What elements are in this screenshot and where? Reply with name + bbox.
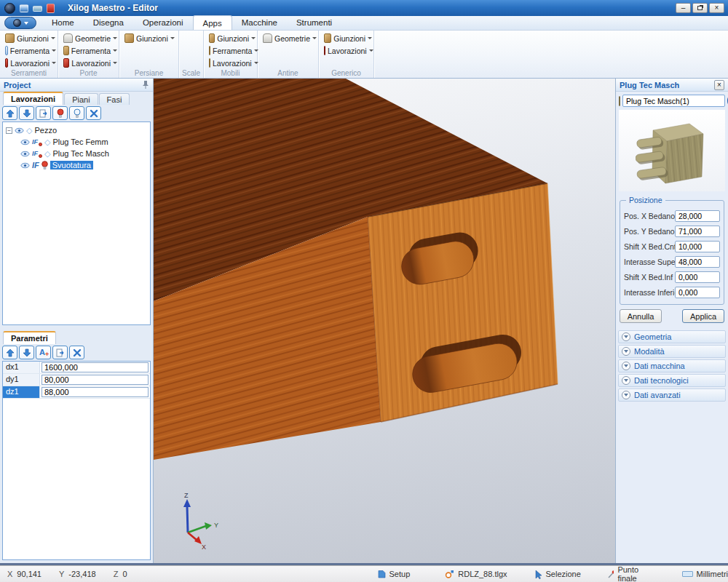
giunzioni-button[interactable]: Giunzioni: [4, 32, 58, 44]
field-label: Interasse Inferiore: [624, 288, 675, 297]
viewport-3d[interactable]: Z Y X: [154, 79, 615, 563]
tab-operazioni[interactable]: Operazioni: [133, 16, 193, 30]
interasse-superiore-input[interactable]: [675, 256, 720, 268]
tab-piani[interactable]: Piani: [64, 93, 98, 105]
parameter-value-input[interactable]: [41, 375, 149, 385]
geometrie-button[interactable]: Geometrie: [62, 32, 119, 44]
move-up-button[interactable]: [2, 346, 17, 359]
eye-icon[interactable]: [15, 127, 24, 134]
field-label: Pos. X Bedano: [624, 212, 675, 220]
pin-icon[interactable]: [142, 80, 149, 89]
pos-x-bedano-input[interactable]: [675, 210, 720, 222]
chevron-down-icon: [24, 22, 28, 25]
parameter-name[interactable]: dz1: [3, 386, 40, 398]
disable-button[interactable]: [52, 106, 68, 120]
tree-item-plug-tec-masch[interactable]: IF Plug Tec Masch: [3, 148, 150, 159]
tab-strumenti[interactable]: Strumenti: [287, 16, 341, 30]
export-button[interactable]: [52, 346, 68, 359]
tree-item-label[interactable]: Plug Tec Femm: [52, 137, 108, 146]
close-icon[interactable]: [714, 80, 724, 90]
eye-icon[interactable]: [20, 151, 30, 157]
tab-parametri[interactable]: Parametri: [3, 331, 56, 344]
export-button[interactable]: [36, 106, 51, 120]
application-menu-button[interactable]: [4, 17, 36, 29]
tree-item-label[interactable]: Svuotatura: [50, 161, 93, 170]
cancel-button[interactable]: Annulla: [620, 309, 662, 323]
apply-button[interactable]: Applica: [682, 309, 724, 323]
table-row[interactable]: dx1: [3, 362, 150, 374]
geometry-icon: [263, 33, 272, 43]
lavorazioni-button[interactable]: Lavorazioni: [207, 57, 257, 69]
lavorazioni-button[interactable]: Lavorazioni: [323, 44, 373, 57]
minimize-button[interactable]: –: [676, 3, 691, 13]
move-down-button[interactable]: [19, 346, 34, 359]
parameter-value-input[interactable]: [41, 362, 149, 372]
tree-item-svuotatura[interactable]: IF Svuotatura: [3, 159, 150, 171]
ferramenta-button[interactable]: Ferramenta: [207, 44, 257, 57]
ferramenta-button[interactable]: Ferramenta: [4, 44, 58, 57]
table-row[interactable]: dz1: [3, 386, 150, 399]
tab-apps[interactable]: Apps: [193, 15, 232, 30]
status-selection-mode[interactable]: Selezione: [535, 570, 581, 579]
status-units[interactable]: Millimetri: [682, 570, 728, 578]
move-up-button[interactable]: [2, 106, 17, 120]
chevron-down-icon: [51, 37, 55, 39]
collapse-icon[interactable]: [6, 127, 12, 134]
section-geometria[interactable]: Geometria: [618, 330, 726, 343]
tab-fasi[interactable]: Fasi: [99, 93, 130, 105]
tab-macchine[interactable]: Macchine: [232, 16, 287, 30]
tab-disegna[interactable]: Disegna: [84, 16, 133, 30]
restore-button[interactable]: [692, 3, 708, 13]
tree-item-pezzo[interactable]: Pezzo: [3, 124, 150, 136]
section-dati-macchina[interactable]: Dati macchina: [618, 359, 726, 372]
eye-icon[interactable]: [20, 139, 30, 146]
chevron-down-icon: [170, 37, 175, 39]
operation-name-input[interactable]: [622, 95, 725, 107]
giunzioni-button[interactable]: Giunzioni: [123, 32, 178, 44]
tree-item-plug-tec-femm[interactable]: IF Plug Tec Femm: [3, 136, 150, 148]
quick-access-toolbar: [0, 3, 55, 14]
interasse-inferiore-input[interactable]: [675, 287, 720, 298]
ferramenta-button[interactable]: Ferramenta: [62, 44, 119, 57]
save-icon[interactable]: [20, 4, 28, 12]
tree-item-label[interactable]: Plug Tec Masch: [52, 149, 108, 158]
table-row[interactable]: dy1: [3, 374, 150, 386]
tab-home[interactable]: Home: [42, 16, 84, 30]
giunzioni-button[interactable]: Giunzioni: [323, 32, 373, 44]
move-down-button[interactable]: [19, 106, 34, 120]
section-modalita[interactable]: Modalità: [618, 345, 726, 358]
section-dati-tecnologici[interactable]: Dati tecnologici: [618, 374, 726, 387]
delete-button[interactable]: [69, 346, 84, 359]
parameter-name[interactable]: dx1: [3, 362, 40, 373]
joint-icon: [209, 33, 215, 43]
tab-lavorazioni[interactable]: Lavorazioni: [3, 92, 63, 105]
giunzioni-button[interactable]: Giunzioni: [207, 32, 257, 44]
window-icon[interactable]: [33, 6, 42, 12]
status-filename[interactable]: RDLZ_88.tlgx: [445, 570, 507, 578]
eye-icon[interactable]: [20, 162, 30, 169]
close-button[interactable]: ×: [709, 3, 724, 13]
geometrie-button[interactable]: Geometrie: [261, 32, 318, 44]
ribbon-tab-row: Home Disegna Operazioni Apps Macchine St…: [0, 16, 728, 31]
app-logo-icon[interactable]: [4, 3, 15, 14]
status-setup[interactable]: Setup: [378, 570, 411, 578]
status-snap-mode[interactable]: Punto finale: [607, 565, 652, 582]
parameter-value-input[interactable]: [41, 387, 149, 397]
operation-thumbnail-icon: [619, 96, 620, 106]
pos-y-bedano-input[interactable]: [675, 226, 720, 237]
shift-x-bed-inf-input[interactable]: [675, 271, 720, 283]
arrow-up-icon: [6, 109, 15, 118]
document-red-icon[interactable]: [47, 4, 55, 13]
lavorazioni-button[interactable]: Lavorazioni: [62, 57, 119, 69]
lavorazioni-button[interactable]: Lavorazioni: [4, 57, 58, 69]
parameter-name[interactable]: dy1: [3, 374, 40, 386]
restore-icon: [697, 6, 703, 10]
title-bar: Xilog Maestro - Editor – ×: [0, 0, 728, 16]
enable-button[interactable]: [69, 106, 84, 120]
delete-button[interactable]: [86, 106, 101, 120]
shift-x-bed-cnt-input[interactable]: [675, 241, 720, 252]
add-parameter-button[interactable]: A+: [36, 346, 51, 359]
section-dati-avanzati[interactable]: Dati avanzati: [618, 388, 726, 402]
tree-item-label[interactable]: Pezzo: [34, 126, 57, 135]
chevron-down-icon: [113, 62, 117, 64]
